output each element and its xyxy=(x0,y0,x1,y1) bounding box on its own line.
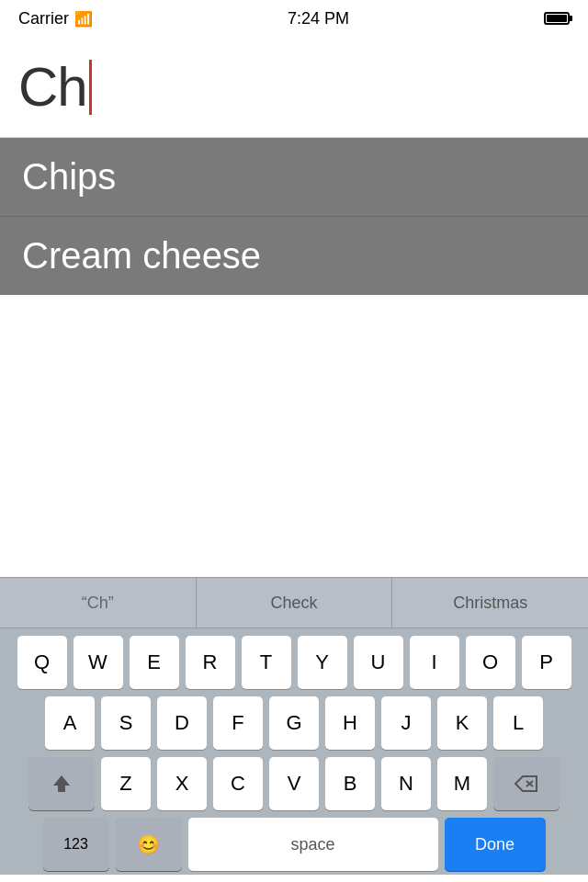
autocomplete-item-chips[interactable]: Chips xyxy=(0,138,588,217)
key-i[interactable]: I xyxy=(410,636,459,689)
keyboard: Q W E R T Y U I O P A S D F G H J K L xyxy=(0,628,588,875)
status-bar: Carrier 📶 7:24 PM xyxy=(0,0,588,37)
battery-fill xyxy=(547,15,567,22)
shift-icon xyxy=(51,774,72,794)
key-o[interactable]: O xyxy=(466,636,515,689)
key-a[interactable]: A xyxy=(45,696,95,750)
suggestion-ch[interactable]: “Ch” xyxy=(0,578,197,628)
input-value: Ch xyxy=(18,60,87,115)
battery-icon xyxy=(544,12,570,25)
key-row-2: A S D F G H J K L xyxy=(4,696,584,750)
key-d[interactable]: D xyxy=(157,696,207,750)
key-w[interactable]: W xyxy=(74,636,123,689)
status-time: 7:24 PM xyxy=(288,9,349,28)
key-m[interactable]: M xyxy=(437,757,487,810)
key-t[interactable]: T xyxy=(242,636,291,689)
shift-key[interactable] xyxy=(28,757,95,810)
space-key[interactable]: space xyxy=(188,818,438,871)
key-z[interactable]: Z xyxy=(101,757,151,810)
key-row-3: Z X C V B N M xyxy=(4,757,584,810)
suggestion-check[interactable]: Check xyxy=(197,578,393,628)
autocomplete-list: Chips Cream cheese xyxy=(0,138,588,295)
key-row-1: Q W E R T Y U I O P xyxy=(4,636,584,689)
key-x[interactable]: X xyxy=(157,757,207,810)
key-e[interactable]: E xyxy=(130,636,179,689)
key-y[interactable]: Y xyxy=(298,636,347,689)
key-l[interactable]: L xyxy=(493,696,543,750)
key-b[interactable]: B xyxy=(325,757,375,810)
key-h[interactable]: H xyxy=(325,696,375,750)
key-r[interactable]: R xyxy=(186,636,235,689)
numbers-key[interactable]: 123 xyxy=(43,818,109,871)
key-v[interactable]: V xyxy=(269,757,319,810)
emoji-key[interactable]: 😊 xyxy=(116,818,182,871)
key-n[interactable]: N xyxy=(381,757,431,810)
key-f[interactable]: F xyxy=(213,696,263,750)
carrier-text: Carrier 📶 xyxy=(18,9,93,28)
backspace-key[interactable] xyxy=(493,757,560,810)
key-s[interactable]: S xyxy=(101,696,151,750)
keyboard-container: “Ch” Check Christmas Q W E R T Y U I O P… xyxy=(0,577,588,882)
key-g[interactable]: G xyxy=(269,696,319,750)
svg-marker-0 xyxy=(53,775,70,792)
text-cursor xyxy=(89,60,92,115)
input-text: Ch xyxy=(18,60,92,115)
done-key[interactable]: Done xyxy=(445,818,546,871)
wifi-icon: 📶 xyxy=(74,10,93,28)
autocomplete-item-cream-cheese[interactable]: Cream cheese xyxy=(0,217,588,295)
key-p[interactable]: P xyxy=(522,636,571,689)
key-j[interactable]: J xyxy=(381,696,431,750)
key-u[interactable]: U xyxy=(354,636,403,689)
suggestions-row: “Ch” Check Christmas xyxy=(0,577,588,628)
key-k[interactable]: K xyxy=(437,696,487,750)
key-q[interactable]: Q xyxy=(17,636,67,689)
search-input-area[interactable]: Ch xyxy=(0,37,588,138)
suggestion-christmas[interactable]: Christmas xyxy=(392,578,588,628)
battery-body xyxy=(544,12,570,25)
backspace-icon xyxy=(514,775,538,793)
key-c[interactable]: C xyxy=(213,757,263,810)
bottom-row: 123 😊 space Done xyxy=(4,818,584,875)
carrier-label: Carrier xyxy=(18,9,69,28)
